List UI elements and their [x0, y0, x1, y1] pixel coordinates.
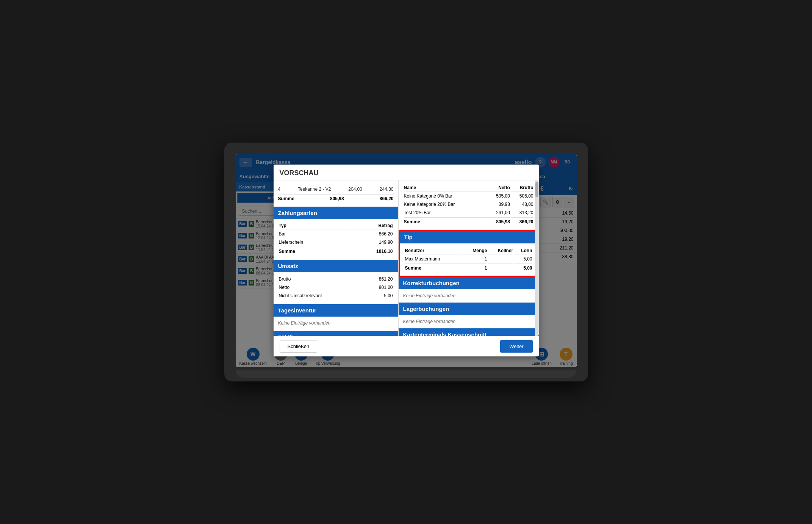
zahlungsarten-header: Zahlungsarten: [274, 207, 398, 219]
netto-header: Netto: [487, 184, 510, 191]
korrekturbuchungen-section: Korrekturbuchungen Keine Einträge vorhan…: [399, 277, 539, 303]
modal-body: 4 Teekanne 2 - V2 204,00 244,80 Summe 80…: [274, 180, 539, 336]
summe-kellner: [488, 264, 513, 272]
summe-brutto: 866,20: [380, 196, 394, 201]
menge-header: Menge: [463, 247, 487, 254]
summe-lohn: 5,00: [514, 264, 532, 272]
weiter-button[interactable]: Weiter: [500, 340, 532, 353]
preview-items: 4 Teekanne 2 - V2 204,00 244,80 Summe 80…: [274, 184, 398, 205]
umsatz-value: 861,20: [365, 275, 393, 283]
tip-content: Benutzer Menge Kellner Lohn: [400, 243, 538, 276]
item-brutto: 244,80: [380, 187, 394, 192]
zahlliste-header: Zählliste: [274, 331, 398, 336]
typ-header: Typ: [279, 222, 347, 229]
modal-footer: Schließen Weiter: [274, 336, 539, 356]
laptop-base: [236, 370, 577, 378]
umsatz-value: 801,00: [365, 284, 393, 291]
vorschau-modal: VORSCHAU 4 Teekanne 2 - V2 204,00 244,80: [274, 165, 539, 356]
item-name: Teekanne 2 - V2: [298, 187, 331, 192]
typ-cell: Lieferschein: [279, 238, 347, 246]
benutzer-header: Benutzer: [405, 247, 463, 254]
summe-label: Summe: [404, 217, 487, 226]
tip-table: Benutzer Menge Kellner Lohn: [404, 246, 533, 273]
summe-row: Summe 1 5,00: [405, 264, 532, 272]
summe-label: Summe: [279, 247, 347, 255]
lohn-cell: 5,00: [514, 255, 532, 263]
scrollbar[interactable]: [535, 180, 539, 336]
umsatz-content: Brutto 861,20 Netto 801,00 N: [274, 272, 398, 303]
steuer-name: Test 20% Bar: [404, 209, 487, 217]
item-number: 4: [278, 187, 281, 192]
laptop-frame: ← Bargeldkassa asello ? MM BO Ausgewählt…: [224, 143, 588, 382]
umsatz-table: Brutto 861,20 Netto 801,00 N: [278, 275, 394, 300]
preview-summe: Summe 805,98 866,20: [278, 194, 394, 203]
table-row: Lieferschein 149,90: [279, 238, 393, 246]
tagesinventur-header: Tagesinventur: [274, 304, 398, 317]
app-container: ← Bargeldkassa asello ? MM BO Ausgewählt…: [236, 154, 577, 367]
summe-label: Summe: [278, 196, 294, 201]
steuer-brutto: 505,00: [511, 192, 534, 200]
steuer-section: Name Netto Brutto Keine Kategorie 0% Bar: [399, 180, 539, 230]
benutzer-cell: Max Mustermann: [405, 255, 463, 263]
modal-overlay: VORSCHAU 4 Teekanne 2 - V2 204,00 244,80: [236, 154, 577, 367]
summe-netto: 805,98: [330, 196, 344, 201]
korrekturbuchungen-content: Keine Einträge vorhanden: [399, 289, 539, 302]
betrag-cell: 149,90: [347, 238, 393, 246]
summe-row: Summe 1016,10: [279, 247, 393, 255]
brutto-header: Brutto: [511, 184, 534, 191]
modal-left-panel: 4 Teekanne 2 - V2 204,00 244,80 Summe 80…: [274, 180, 399, 336]
lohn-header: Lohn: [514, 247, 532, 254]
menge-cell: 1: [463, 255, 487, 263]
table-row: Brutto 861,20: [279, 275, 393, 283]
scrollbar-thumb[interactable]: [535, 182, 538, 197]
schliessen-button[interactable]: Schließen: [280, 340, 318, 353]
summe-betrag: 1016,10: [347, 247, 393, 255]
tagesinventur-content: Keine Einträge vorhanden: [274, 317, 398, 329]
table-row: Test 20% Bar 261,00 313,20: [404, 209, 534, 217]
umsatz-label: Brutto: [279, 275, 365, 283]
steuer-netto: 505,00: [487, 192, 510, 200]
steuer-brutto: 313,20: [511, 209, 534, 217]
item-netto: 204,00: [348, 187, 362, 192]
summe-brutto: 866,20: [511, 217, 534, 226]
umsatz-header: Umsatz: [274, 260, 398, 272]
table-row: Max Mustermann 1 5,00: [405, 255, 532, 263]
zahlungsarten-content: Typ Betrag Bar 866,20: [274, 219, 398, 258]
steuer-name: Keine Kategorie 0% Bar: [404, 192, 487, 200]
kartenterminals-section: Kartenterminals Kassenschnitt Keine Eint…: [399, 328, 539, 336]
korrekturbuchungen-empty: Keine Einträge vorhanden: [403, 292, 534, 300]
kellner-cell: [488, 255, 513, 263]
steuer-table: Name Netto Brutto Keine Kategorie 0% Bar: [403, 184, 534, 226]
tip-section: Tip Benutzer Menge Kellner: [399, 230, 539, 277]
steuer-brutto: 48,00: [511, 201, 534, 208]
betrag-header: Betrag: [347, 222, 393, 229]
steuer-name: Keine Kategorie 20% Bar: [404, 201, 487, 208]
kellner-header: Kellner: [488, 247, 513, 254]
lagerbuchungen-content: Keine Einträge vorhanden: [399, 315, 539, 328]
modal-title: VORSCHAU: [274, 165, 539, 180]
kartenterminals-header: Kartenterminals Kassenschnitt: [399, 328, 539, 336]
lagerbuchungen-section: Lagerbuchungen Keine Einträge vorhanden: [399, 303, 539, 328]
summe-menge: 1: [463, 264, 487, 272]
summe-label: Summe: [405, 264, 463, 272]
tip-header: Tip: [400, 231, 538, 243]
lagerbuchungen-empty: Keine Einträge vorhanden: [403, 317, 534, 326]
steuer-netto: 39,98: [487, 201, 510, 208]
typ-cell: Bar: [279, 230, 347, 238]
preview-item-row: 4 Teekanne 2 - V2 204,00 244,80: [278, 186, 394, 193]
summe-row: Summe 805,98 866,20: [404, 217, 534, 226]
steuer-netto: 261,00: [487, 209, 510, 217]
lagerbuchungen-header: Lagerbuchungen: [399, 303, 539, 315]
table-row: Keine Kategorie 0% Bar 505,00 505,00: [404, 192, 534, 200]
korrekturbuchungen-header: Korrekturbuchungen: [399, 277, 539, 289]
table-row: Nicht Umsatzrelevant 5,00: [279, 292, 393, 300]
umsatz-label: Netto: [279, 284, 365, 291]
table-row: Keine Kategorie 20% Bar 39,98 48,00: [404, 201, 534, 208]
steuer-content: Name Netto Brutto Keine Kategorie 0% Bar: [399, 180, 539, 229]
table-row: Bar 866,20: [279, 230, 393, 238]
umsatz-value: 5,00: [365, 292, 393, 300]
modal-right-panel: Name Netto Brutto Keine Kategorie 0% Bar: [399, 180, 539, 336]
summe-netto: 805,98: [487, 217, 510, 226]
tagesinventur-empty: Keine Einträge vorhanden: [278, 319, 394, 327]
betrag-cell: 866,20: [347, 230, 393, 238]
